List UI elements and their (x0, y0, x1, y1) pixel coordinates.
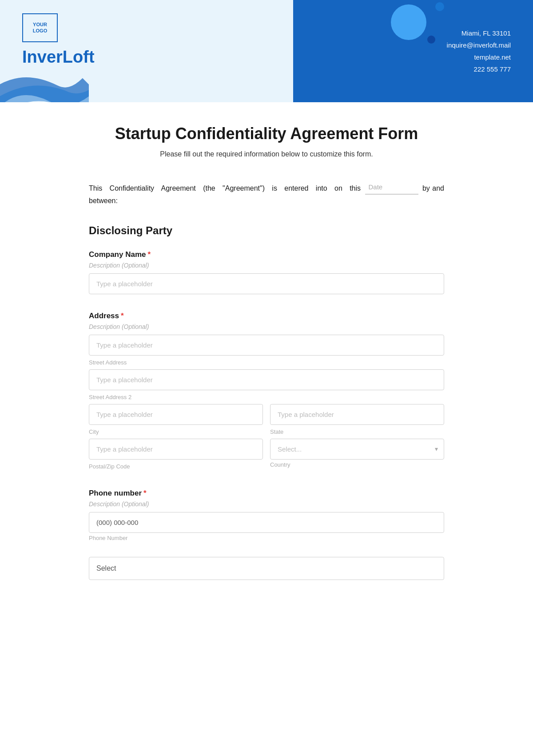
city-sublabel: City (89, 428, 263, 435)
decorative-circle-small-bottom (427, 36, 435, 44)
company-name-label: Company Name* (89, 250, 444, 259)
phone-number-field-group: Phone number* Description (Optional) Pho… (89, 489, 444, 541)
address-required-marker: * (121, 312, 124, 320)
phone-number-label: Phone number* (89, 489, 444, 498)
address-field-group: Address* Description (Optional) Street A… (89, 312, 444, 473)
date-inline-field[interactable]: Date (365, 180, 418, 195)
country-field-col: Select... United States Canada United Ki… (270, 439, 444, 473)
contact-phone: 222 555 777 (447, 63, 511, 75)
main-content: Startup Confidentiality Agreement Form P… (53, 102, 480, 616)
postal-field-col: Postal/Zip Code (89, 439, 263, 473)
address-label: Address* (89, 312, 444, 320)
city-field-col: City (89, 404, 263, 439)
company-name-input[interactable] (89, 273, 444, 294)
street-address2-input[interactable] (89, 369, 444, 390)
agreement-intro: This Confidentiality Agreement (the "Agr… (89, 180, 444, 207)
phone-sublabel: Phone Number (89, 535, 444, 541)
decorative-circle-small-top (435, 2, 444, 11)
phone-input-wrapper (89, 512, 444, 533)
page-header: YOUR LOGO InverLoft Miami, FL 33101 inqu… (0, 0, 533, 102)
select-option-placeholder[interactable]: Select (89, 557, 444, 580)
select-dropdown-area: Select (89, 557, 444, 580)
street-address2-sublabel: Street Address 2 (89, 394, 444, 400)
company-name-required-marker: * (147, 250, 151, 259)
disclosing-party-section: Disclosing Party Company Name* Descripti… (89, 224, 444, 541)
intro-text-part1: This Confidentiality Agreement (the "Agr… (89, 184, 361, 192)
form-subtitle: Please fill out the required information… (89, 150, 444, 158)
country-select-wrapper: Select... United States Canada United Ki… (270, 439, 444, 460)
city-input[interactable] (89, 404, 263, 425)
contact-website: template.net (447, 51, 511, 63)
street-address-input[interactable] (89, 335, 444, 356)
decorative-circle-large (391, 4, 426, 40)
logo-box: YOUR LOGO (22, 13, 58, 42)
postal-zip-input[interactable] (89, 439, 263, 460)
contact-email: inquire@inverloft.mail (447, 39, 511, 51)
contact-address: Miami, FL 33101 (447, 27, 511, 39)
logo-text-line1: YOUR (33, 22, 47, 28)
country-sublabel: Country (270, 461, 444, 468)
company-name-description: Description (Optional) (89, 262, 444, 269)
select-label: Select (96, 564, 116, 572)
section-title-disclosing-party: Disclosing Party (89, 224, 444, 237)
decorative-arcs (0, 49, 89, 102)
logo-text-line2: LOGO (33, 28, 47, 34)
header-right-panel: Miami, FL 33101 inquire@inverloft.mail t… (293, 0, 533, 102)
contact-info: Miami, FL 33101 inquire@inverloft.mail t… (447, 27, 511, 75)
phone-input[interactable] (89, 512, 444, 533)
form-title: Startup Confidentiality Agreement Form (89, 124, 444, 143)
postal-country-row: Postal/Zip Code Select... United States … (89, 439, 444, 473)
street-address-sublabel: Street Address (89, 359, 444, 366)
state-sublabel: State (270, 428, 444, 435)
country-select[interactable]: Select... United States Canada United Ki… (270, 439, 444, 460)
state-input[interactable] (270, 404, 444, 425)
company-name-field-group: Company Name* Description (Optional) (89, 250, 444, 296)
address-description: Description (Optional) (89, 323, 444, 330)
phone-required-marker: * (143, 489, 147, 497)
postal-sublabel: Postal/Zip Code (89, 463, 263, 470)
state-field-col: State (270, 404, 444, 439)
city-state-row: City State (89, 404, 444, 439)
phone-description: Description (Optional) (89, 500, 444, 508)
